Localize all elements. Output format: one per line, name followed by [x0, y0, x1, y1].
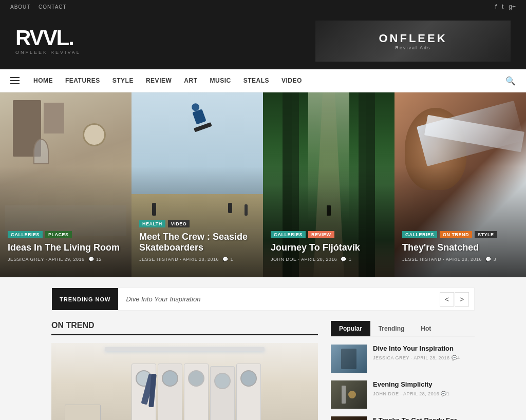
- sidebar-item-text-1: Dive Into Your Inspiration JESSICA GREY …: [373, 345, 475, 373]
- nav-features[interactable]: FEATURES: [59, 69, 106, 92]
- hero-slide-4[interactable]: GALLERIES ON TREND STYLE They're Snatche…: [394, 92, 526, 277]
- ad-banner[interactable]: ONFLEEK Revival Ads: [315, 21, 511, 62]
- nav-links: HOME FEATURES STYLE REVIEW ART MUSIC STE…: [27, 69, 505, 92]
- tab-hot[interactable]: Hot: [412, 321, 439, 336]
- top-bar: ABOUT CONTACT f t g+: [0, 0, 526, 13]
- trending-nav: < >: [440, 292, 474, 307]
- on-trend-section: On Trend: [51, 321, 318, 420]
- site-logo: RVVL.: [15, 27, 81, 49]
- sidebar-item-title-1: Dive Into Your Inspiration: [373, 345, 475, 353]
- tag-ontrend: ON TREND: [440, 231, 472, 238]
- sidebar-thumb-1: [331, 345, 367, 373]
- sidebar-item-meta-2: JOHN DOE · APRIL 28, 2016 💬1: [373, 391, 475, 396]
- slide-content-4: GALLERIES ON TREND STYLE They're Snatche…: [402, 231, 518, 262]
- on-trend-title: On Trend: [51, 321, 318, 335]
- slide-tags-4: GALLERIES ON TREND STYLE: [402, 231, 518, 238]
- slide-meta-1: JESSICA GREY · APRIL 29, 2016 💬12: [8, 257, 124, 262]
- tab-popular[interactable]: Popular: [331, 321, 370, 336]
- sidebar-item-1[interactable]: Dive Into Your Inspiration JESSICA GREY …: [331, 345, 475, 373]
- slide-meta-2: JESSE HISTAND · APRIL 28, 2016 💬1: [139, 257, 255, 262]
- sidebar-item-text-3: 5 Tracks To Get Ready For ... JOHN DOE ·…: [373, 416, 475, 420]
- sidebar-item-2[interactable]: Evening Simplicity JOHN DOE · APRIL 28, …: [331, 380, 475, 409]
- slide-title-1: Ideas In The Living Room: [8, 242, 124, 254]
- about-link[interactable]: ABOUT: [10, 4, 30, 10]
- tag-health: HEALTH: [139, 220, 165, 227]
- trending-bar: TRENDING NOW Dive Into Your Inspiration …: [51, 288, 475, 311]
- tag-style: STYLE: [475, 231, 497, 238]
- sidebar-thumb-3: [331, 416, 367, 420]
- slide-tags-1: GALLERIES PLACES: [8, 231, 124, 238]
- slide-meta-4: JESSE HISTAND · APRIL 28, 2016 💬3: [402, 257, 518, 262]
- slide-tags-3: GALLERIES REVIEW: [271, 231, 387, 238]
- nav-review[interactable]: REVIEW: [140, 69, 178, 92]
- slide-content-1: GALLERIES PLACES Ideas In The Living Roo…: [8, 231, 124, 262]
- nav-steals[interactable]: STEALS: [237, 69, 275, 92]
- header: RVVL. ONFLEEK REVIVAL ONFLEEK Revival Ad…: [0, 13, 526, 69]
- on-trend-image[interactable]: VIDEO: [51, 343, 318, 420]
- main-nav: HOME FEATURES STYLE REVIEW ART MUSIC STE…: [0, 69, 526, 92]
- ad-banner-text: ONFLEEK: [379, 32, 447, 45]
- nav-music[interactable]: MUSIC: [203, 69, 237, 92]
- tag-galleries-3: GALLERIES: [271, 231, 306, 238]
- twitter-icon[interactable]: t: [502, 3, 503, 10]
- sidebar-tabs: Popular Trending Hot: [331, 321, 475, 337]
- nav-home[interactable]: HOME: [27, 69, 59, 92]
- sidebar-thumb-2: [331, 380, 367, 409]
- hamburger-menu[interactable]: [10, 77, 20, 84]
- ad-banner-sub: Revival Ads: [395, 45, 430, 50]
- logo-subtitle: ONFLEEK REVIVAL: [15, 50, 81, 55]
- trending-next[interactable]: >: [455, 292, 469, 307]
- sidebar-item-3[interactable]: 5 Tracks To Get Ready For ... JOHN DOE ·…: [331, 416, 475, 420]
- trending-text: Dive Into Your Inspiration: [118, 295, 440, 303]
- instagram-icon[interactable]: g+: [509, 3, 516, 10]
- sidebar-item-title-2: Evening Simplicity: [373, 380, 475, 389]
- trending-prev[interactable]: <: [440, 292, 454, 307]
- content-area: On Trend: [51, 321, 475, 420]
- nav-video[interactable]: VIDEO: [275, 69, 308, 92]
- sidebar: Popular Trending Hot Dive Into Your Insp…: [331, 321, 475, 420]
- slide-content-2: HEALTH VIDEO Meet The Crew : Seaside Ska…: [139, 220, 255, 262]
- slide-tags-2: HEALTH VIDEO: [139, 220, 255, 227]
- slide-title-2: Meet The Crew : Seaside Skateboarders: [139, 232, 255, 254]
- top-bar-social: f t g+: [495, 3, 516, 10]
- hero-slide-2[interactable]: HEALTH VIDEO Meet The Crew : Seaside Ska…: [132, 92, 263, 277]
- trending-label: TRENDING NOW: [52, 288, 118, 310]
- nav-art[interactable]: ART: [178, 69, 203, 92]
- facebook-icon[interactable]: f: [495, 3, 497, 10]
- tag-galleries: GALLERIES: [8, 231, 43, 238]
- tab-trending[interactable]: Trending: [370, 321, 413, 336]
- tag-galleries-4: GALLERIES: [402, 231, 437, 238]
- logo-area: RVVL. ONFLEEK REVIVAL: [15, 27, 81, 55]
- tag-review: REVIEW: [308, 231, 334, 238]
- sidebar-item-title-3: 5 Tracks To Get Ready For ...: [373, 416, 475, 420]
- hero-slide-3[interactable]: GALLERIES REVIEW Journey To Fljótavík JO…: [263, 92, 394, 277]
- tag-places: PLACES: [45, 231, 72, 238]
- slide-title-3: Journey To Fljótavík: [271, 242, 387, 254]
- top-bar-nav: ABOUT CONTACT: [10, 3, 73, 10]
- hero-slide-1[interactable]: GALLERIES PLACES Ideas In The Living Roo…: [0, 92, 132, 277]
- contact-link[interactable]: CONTACT: [39, 4, 67, 10]
- sidebar-item-meta-1: JESSICA GREY · APRIL 28, 2016 💬4: [373, 355, 475, 360]
- nav-style[interactable]: STYLE: [106, 69, 140, 92]
- slide-meta-3: JOHN DOE · APRIL 28, 2016 💬1: [271, 257, 387, 262]
- sidebar-item-text-2: Evening Simplicity JOHN DOE · APRIL 28, …: [373, 380, 475, 409]
- slide-content-3: GALLERIES REVIEW Journey To Fljótavík JO…: [271, 231, 387, 262]
- tag-video: VIDEO: [168, 220, 190, 227]
- search-icon[interactable]: 🔍: [505, 76, 516, 86]
- hero-slider: GALLERIES PLACES Ideas In The Living Roo…: [0, 92, 526, 277]
- slide-title-4: They're Snatched: [402, 242, 518, 254]
